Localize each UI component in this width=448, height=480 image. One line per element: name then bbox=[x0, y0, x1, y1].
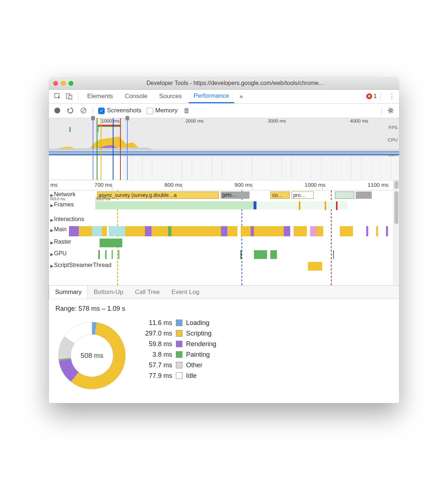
svg-rect-26 bbox=[317, 226, 323, 236]
svg-rect-15 bbox=[125, 226, 221, 236]
error-count: 1 bbox=[374, 93, 377, 100]
svg-rect-12 bbox=[92, 226, 102, 236]
btab-calltree[interactable]: Call Tree bbox=[129, 286, 166, 299]
net-bar-pro[interactable]: pro… bbox=[291, 191, 314, 199]
svg-rect-11 bbox=[79, 226, 92, 236]
selection-handle-left[interactable] bbox=[91, 116, 95, 120]
capture-settings-icon[interactable] bbox=[387, 107, 395, 115]
timeline-h-scrollbar[interactable] bbox=[393, 180, 399, 190]
btab-summary[interactable]: Summary bbox=[49, 286, 88, 299]
memory-checkbox[interactable] bbox=[147, 108, 153, 114]
svg-line-4 bbox=[82, 109, 85, 112]
memory-option[interactable]: Memory bbox=[147, 107, 178, 114]
legend-row-other: 57.7 msOther bbox=[139, 361, 216, 369]
marker-green bbox=[97, 118, 97, 180]
net-bar-green[interactable] bbox=[335, 191, 354, 199]
svg-rect-13 bbox=[102, 226, 107, 236]
clear-button[interactable] bbox=[80, 107, 88, 115]
titlebar: Developer Tools - https://developers.goo… bbox=[49, 77, 399, 90]
device-toolbar-icon[interactable] bbox=[64, 91, 74, 101]
svg-rect-18 bbox=[221, 226, 227, 236]
btab-bottomup[interactable]: Bottom-Up bbox=[88, 286, 129, 299]
screenshots-checkbox[interactable]: ✓ bbox=[98, 108, 105, 114]
swatch-painting bbox=[176, 351, 182, 358]
inspect-element-icon[interactable] bbox=[53, 91, 63, 101]
svg-rect-27 bbox=[340, 226, 353, 236]
svg-rect-29 bbox=[376, 226, 378, 236]
summary-panel: Range: 578 ms – 1.09 s 508 ms 11.6 msLoa… bbox=[49, 299, 399, 403]
tab-console[interactable]: Console bbox=[120, 90, 152, 103]
devtools-menu-icon[interactable]: ⋮ bbox=[388, 92, 395, 100]
svg-rect-16 bbox=[145, 226, 151, 236]
zoom-window-button[interactable] bbox=[69, 81, 73, 86]
screenshots-option[interactable]: ✓Screenshots bbox=[98, 107, 142, 114]
svg-point-5 bbox=[390, 109, 392, 112]
error-icon: ✕ bbox=[366, 93, 372, 99]
traffic-lights bbox=[53, 81, 73, 86]
record-button[interactable] bbox=[53, 107, 61, 115]
svg-rect-24 bbox=[293, 226, 306, 236]
track-gpu[interactable]: ▶GPU bbox=[49, 249, 399, 261]
tab-elements[interactable]: Elements bbox=[82, 90, 118, 103]
btab-eventlog[interactable]: Event Log bbox=[166, 286, 205, 299]
track-raster[interactable]: ▶Raster bbox=[49, 238, 399, 249]
track-scriptstreamer[interactable]: ▶ScriptStreamerThread bbox=[49, 261, 399, 274]
marker-yellow bbox=[101, 118, 101, 180]
svg-rect-30 bbox=[386, 226, 388, 236]
reload-record-button[interactable] bbox=[66, 107, 74, 115]
legend-row-rendering: 59.8 msRendering bbox=[139, 340, 216, 348]
marker-red bbox=[120, 118, 121, 180]
swatch-loading bbox=[176, 320, 182, 326]
svg-rect-25 bbox=[310, 226, 317, 236]
flame-chart[interactable]: ▶Network async_survey (survey.g.double…a… bbox=[49, 190, 399, 285]
minimize-window-button[interactable] bbox=[61, 81, 66, 86]
svg-rect-23 bbox=[283, 226, 290, 236]
close-window-button[interactable] bbox=[53, 81, 58, 86]
net-bar-async-survey[interactable]: async_survey (survey.g.double…a bbox=[97, 191, 219, 199]
devtools-window: Developer Tools - https://developers.goo… bbox=[49, 77, 399, 403]
tab-sources[interactable]: Sources bbox=[154, 90, 187, 103]
track-main[interactable]: ▶Main bbox=[49, 225, 399, 238]
svg-rect-21 bbox=[251, 226, 254, 236]
track-frames[interactable]: ▶Frames 603.6 ms 206.0 ms bbox=[49, 201, 399, 215]
svg-rect-19 bbox=[227, 226, 237, 236]
panel-tabstrip: Elements Console Sources Performance » ✕… bbox=[49, 90, 399, 104]
timeline-ruler[interactable]: ms 700 ms 800 ms 900 ms 1000 ms 1100 ms bbox=[49, 180, 399, 190]
legend-row-scripting: 297.0 msScripting bbox=[139, 330, 216, 337]
summary-legend: 11.6 msLoading297.0 msScripting59.8 msRe… bbox=[139, 319, 216, 383]
tab-performance[interactable]: Performance bbox=[189, 90, 234, 103]
summary-range: Range: 578 ms – 1.09 s bbox=[55, 305, 393, 313]
more-tabs-icon[interactable]: » bbox=[236, 93, 247, 100]
legend-row-painting: 3.8 msPainting bbox=[139, 351, 216, 359]
svg-rect-14 bbox=[108, 226, 125, 236]
timeline-v-scrollbar[interactable] bbox=[393, 190, 399, 285]
summary-donut-chart: 508 ms bbox=[55, 319, 128, 392]
overview-pane[interactable]: 1000 ms 2000 ms 3000 ms 4000 ms FPS CPU … bbox=[49, 118, 399, 180]
donut-center-label: 508 ms bbox=[55, 319, 128, 392]
frame-bar[interactable] bbox=[95, 201, 254, 209]
swatch-other bbox=[176, 362, 182, 368]
net-bar-co[interactable]: co… bbox=[270, 191, 290, 199]
svg-rect-28 bbox=[366, 226, 368, 236]
error-indicator[interactable]: ✕ 1 bbox=[366, 93, 377, 100]
overview-selection[interactable] bbox=[93, 118, 128, 180]
divider bbox=[78, 92, 78, 100]
collect-garbage-icon[interactable]: 🗑 bbox=[183, 107, 191, 115]
swatch-scripting bbox=[176, 330, 182, 337]
net-bar-gray[interactable] bbox=[356, 191, 372, 199]
selection-handle-right[interactable] bbox=[125, 116, 129, 120]
track-interactions[interactable]: ▶Interactions bbox=[49, 215, 399, 225]
divider bbox=[381, 92, 381, 100]
swatch-rendering bbox=[176, 341, 182, 347]
legend-row-loading: 11.6 msLoading bbox=[139, 319, 216, 327]
details-tabs: Summary Bottom-Up Call Tree Event Log bbox=[49, 285, 399, 299]
svg-rect-17 bbox=[168, 226, 171, 236]
marker-blue bbox=[113, 118, 113, 180]
svg-rect-22 bbox=[267, 226, 283, 236]
legend-row-idle: 77.9 msIdle bbox=[139, 372, 216, 380]
svg-rect-10 bbox=[69, 226, 79, 236]
net-bar-gets[interactable]: gets… bbox=[221, 191, 250, 199]
svg-rect-2 bbox=[69, 95, 72, 99]
window-title: Developer Tools - https://developers.goo… bbox=[76, 80, 395, 86]
performance-toolbar: ✓Screenshots Memory 🗑 bbox=[49, 104, 399, 118]
